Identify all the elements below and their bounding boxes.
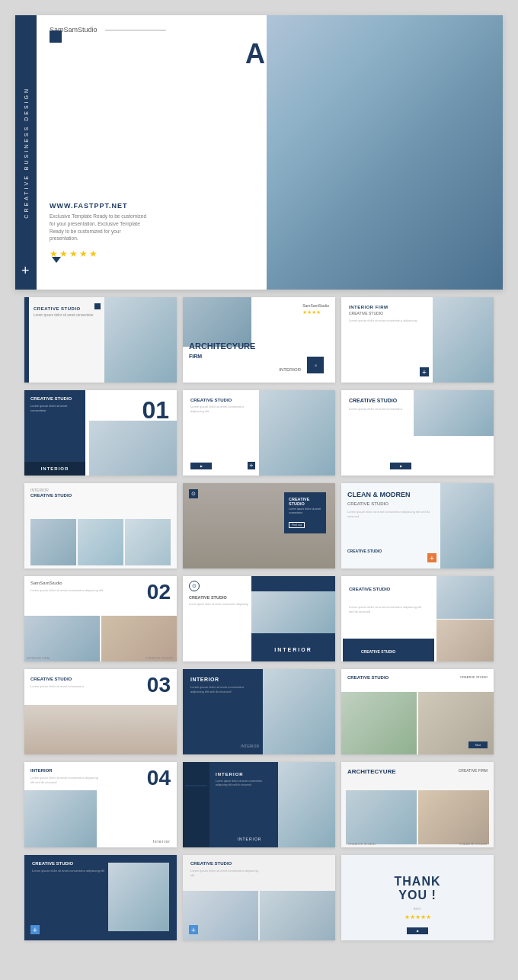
s12-image-a	[436, 576, 494, 619]
hero-image	[267, 15, 503, 290]
slide-6: CREATIVE STUDIO Lorem ipsum dolor sit am…	[341, 390, 494, 476]
slide-row-5: 03 CREATIVE STUDIO Lorem ipsum dolor sit…	[24, 669, 494, 754]
hero-desc: Exclusive Template Ready to be customize…	[50, 213, 149, 242]
thank-you-subtext: BEST	[379, 907, 456, 911]
s10-label-1: INTERIOR FIRM	[27, 656, 50, 660]
slide-4: CREATIVE STUDIO Lorem ipsum dolor sit am…	[24, 390, 177, 476]
s6-btn-text: ▶	[400, 464, 402, 468]
s17-interior-text: INTERIOR	[238, 837, 262, 841]
s7-image-2	[78, 519, 123, 565]
s10-image-1	[24, 616, 100, 661]
s16-image	[24, 790, 97, 847]
s4-interior-text: INTERIOR	[41, 466, 69, 471]
s15-btn-text: Next	[475, 744, 481, 747]
s3-image	[433, 297, 494, 383]
s19-text: Lorem ipsum dolor sit amet consectetur a…	[32, 869, 108, 873]
s2-stars: ★★★★	[302, 309, 329, 315]
s10-image-2	[101, 616, 177, 661]
slide-12: CREATIVE STUDIO Lorem ipsum dolor sit am…	[341, 576, 494, 661]
s16-title: INTERIOR	[30, 768, 53, 773]
s3-content: INTERIOR FIRM CREATIVE STUDIO Lorem ipsu…	[349, 305, 431, 323]
s18-label-a: CREATIVE STUDIO	[348, 842, 376, 846]
thank-you-btn[interactable]: ▶	[407, 927, 428, 934]
s16-number: 04	[147, 766, 171, 790]
s8-btn[interactable]: Find out	[289, 522, 305, 528]
s11-circle-sym: ⊙	[192, 583, 197, 589]
slide-14: INTERIOR Lorem ipsum dolor sit amet cons…	[183, 669, 335, 754]
s2-studio: SamSamStudio	[302, 303, 329, 308]
s9-image	[440, 483, 494, 568]
s2-logo-text: ⊙	[315, 363, 317, 367]
s5-button[interactable]: ▶	[190, 463, 212, 469]
s12-image-b	[436, 620, 494, 662]
hero-sidebar: CREATIVE BUSINESS DESIGN	[15, 15, 37, 290]
slide-thank-you: THANK YOU ! BEST ★★★★★ ▶	[341, 855, 494, 940]
s3-plus-icon: +	[420, 367, 429, 376]
s18-image-a	[346, 790, 417, 844]
s16-text: Lorem ipsum dolor sit amet consectetur a…	[30, 776, 99, 784]
s9-plus-icon: +	[427, 553, 436, 562]
hero-triangle-icon	[52, 257, 61, 263]
slide-10: 02 SamSamStudio Lorem ipsum dolor sit am…	[24, 576, 177, 661]
s13-title: CREATIVE STUDIO	[30, 677, 72, 681]
slide-7: INTERIOR CREATIVE STUDIO	[24, 483, 177, 568]
s7-image-1	[30, 519, 76, 565]
s16-interior: Interior	[152, 839, 171, 844]
s17-interior-label: INTERIOR	[221, 837, 278, 841]
slide-5: CREATIVE STUDIO Lorem ipsum dolor sit am…	[183, 390, 335, 476]
page-wrapper: CREATIVE BUSINESS DESIGN SamSamStudio AR…	[15, 15, 503, 940]
s12-text: Lorem ipsum dolor sit amet consectetur a…	[349, 605, 427, 614]
s18-images	[341, 790, 494, 847]
s12-blue-title: CREATIVE STUDIO	[357, 649, 433, 654]
s15-label: CREATIVE STUDIO	[460, 675, 488, 679]
s9-studio: CREATIVE STUDIO	[347, 549, 382, 553]
s7-label: INTERIOR	[30, 488, 49, 492]
s18-firm: CREATIVE FIRM	[459, 768, 488, 773]
s13-number: 03	[147, 673, 171, 697]
s3-text: Lorem ipsum dolor sit amet consectetur a…	[349, 319, 431, 323]
s3-title: INTERIOR FIRM	[349, 305, 431, 309]
s17-bar-line	[185, 785, 206, 786]
s8-blue-box: CREATIVE STUDIO Lorem ipsum dolor sit am…	[284, 492, 326, 533]
thank-you-content: THANK YOU ! BEST ★★★★★	[379, 875, 456, 921]
s9-subtitle: CREATIVE STUDIO	[347, 501, 388, 506]
s15-button[interactable]: Next	[468, 741, 488, 748]
slide-19: CREATIVE STUDIO Lorem ipsum dolor sit am…	[24, 855, 177, 940]
s5-image	[259, 390, 335, 476]
hero-url: WWW.FASTPPT.NET	[50, 202, 149, 210]
s2-title: ARCHITECYUREFIRM	[189, 341, 255, 360]
hero-sidebar-text: CREATIVE BUSINESS DESIGN	[24, 87, 29, 219]
s11-image	[251, 591, 335, 633]
slide-9: CLEAN & MODREN CREATIVE STUDIO Lorem ips…	[341, 483, 494, 568]
s4-interior-label: INTERIOR	[24, 462, 85, 476]
slide-13: 03 CREATIVE STUDIO Lorem ipsum dolor sit…	[24, 669, 177, 754]
s5-text: Lorem ipsum dolor sit amet consectetur a…	[190, 405, 257, 413]
s11-blue-panel: INTERIOR	[251, 576, 335, 661]
s10-studio: SamSamStudio	[30, 581, 62, 585]
hero-bottom-left: WWW.FASTPPT.NET Exclusive Template Ready…	[50, 202, 149, 259]
s19-content: CREATIVE STUDIO Lorem ipsum dolor sit am…	[32, 861, 108, 873]
s5-plus-icon: +	[248, 462, 255, 469]
s20-text: Lorem ipsum dolor sit amet consectetur a…	[190, 869, 259, 877]
s6-button[interactable]: ▶	[390, 463, 411, 469]
s20-bg: CREATIVE STUDIO Lorem ipsum dolor sit am…	[183, 855, 335, 940]
slide-17: INTERIOR Lorem ipsum dolor sit amet cons…	[183, 762, 335, 847]
s7-title: CREATIVE STUDIO	[30, 493, 72, 498]
s20-image-2	[260, 891, 335, 940]
s18-image-b	[418, 790, 489, 844]
s1-image	[104, 297, 177, 383]
s8-text: Lorem ipsum dolor sit amet consectetur	[289, 508, 321, 515]
s13-text: Lorem ipsum dolor sit amet consectetur	[30, 684, 110, 689]
s7-images	[24, 519, 177, 568]
slide-11: INTERIOR ⊙ CREATIVE STUDIO Lorem ipsum d…	[183, 576, 335, 661]
s2-logo: ⊙	[307, 357, 324, 373]
s19-plus-icon: +	[30, 925, 40, 934]
s12-images	[436, 576, 494, 661]
slide-1: CREATIVE STUDIO Lorem ipsum dolor sit am…	[24, 297, 177, 383]
s20-plus-icon: +	[189, 925, 198, 934]
s10-images	[24, 616, 177, 661]
thank-you-stars: ★★★★★	[379, 914, 456, 921]
slide-row-4: 02 SamSamStudio Lorem ipsum dolor sit am…	[24, 576, 494, 661]
s2-interior: INTERIOR	[279, 367, 301, 372]
slide-20-interior: CREATIVE STUDIO Lorem ipsum dolor sit am…	[183, 855, 335, 940]
